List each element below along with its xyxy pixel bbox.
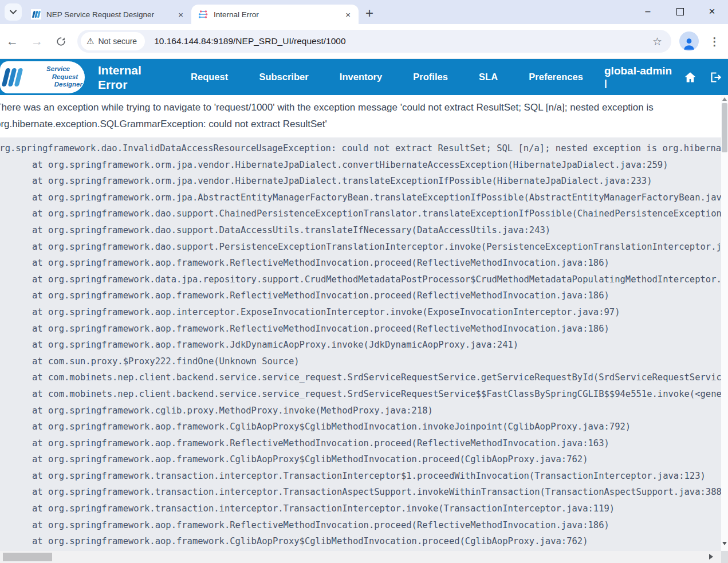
window-maximize-button[interactable] bbox=[664, 0, 696, 23]
stack-frame-line: at org.springframework.aop.framework.Cgl… bbox=[0, 533, 721, 550]
home-button[interactable] bbox=[678, 65, 703, 90]
exception-summary-line: org.springframework.dao.InvalidDataAcces… bbox=[0, 140, 721, 157]
app-logo[interactable]: Service Request Designer bbox=[0, 61, 85, 93]
stack-frame-line: at org.springframework.orm.jpa.vendor.Hi… bbox=[0, 173, 721, 190]
window-controls: – × bbox=[632, 0, 728, 23]
stack-frame-line: at org.springframework.aop.framework.Ref… bbox=[0, 435, 721, 452]
security-label: Not secure bbox=[98, 37, 137, 46]
window-close-button[interactable]: × bbox=[696, 0, 728, 23]
nav-item-subscriber[interactable]: Subscriber bbox=[259, 72, 308, 82]
nav-item-inventory[interactable]: Inventory bbox=[340, 72, 382, 82]
url-text[interactable]: 10.164.144.84:9189/NEP_SRD_UI/request/10… bbox=[154, 36, 345, 46]
stack-frame-line: at org.springframework.aop.framework.Ref… bbox=[0, 255, 721, 271]
nav-item-profiles[interactable]: Profiles bbox=[413, 72, 448, 82]
browser-tab-internal-error[interactable]: Internal Error × bbox=[191, 5, 359, 24]
stack-frame-list: at org.springframework.orm.jpa.vendor.Hi… bbox=[0, 157, 721, 551]
bookmark-star-button[interactable]: ☆ bbox=[647, 35, 668, 48]
address-bar[interactable]: ⚠ Not secure 10.164.144.84:9189/NEP_SRD_… bbox=[77, 30, 671, 53]
stack-frame-line: at org.springframework.aop.framework.Jdk… bbox=[0, 337, 721, 353]
tab-close-icon[interactable]: × bbox=[343, 9, 353, 20]
error-message-line-2: org.hibernate.exception.SQLGrammarExcept… bbox=[0, 116, 721, 132]
browser-toolbar: ← → ⚠ Not secure 10.164.144.84:9189/NEP_… bbox=[0, 24, 728, 59]
warning-icon: ⚠ bbox=[86, 36, 94, 46]
stack-frame-line: at org.springframework.aop.framework.Cgl… bbox=[0, 451, 721, 468]
tab-title: NEP Service Request Designer bbox=[46, 10, 176, 19]
scroll-right-arrow-icon[interactable] bbox=[709, 554, 713, 560]
browser-tab-nep-designer[interactable]: NEP Service Request Designer × bbox=[24, 5, 191, 24]
browser-menu-button[interactable]: ⋮ bbox=[707, 35, 728, 48]
stack-frame-line: at org.springframework.dao.support.Persi… bbox=[0, 239, 721, 255]
nav-item-request[interactable]: Request bbox=[191, 72, 228, 82]
stack-frame-line: at org.springframework.data.jpa.reposito… bbox=[0, 271, 721, 288]
logout-icon bbox=[709, 70, 722, 84]
stack-frame-line: at com.mobinets.nep.client.backend.servi… bbox=[0, 369, 721, 386]
home-icon bbox=[683, 70, 697, 84]
nav-item-preferences[interactable]: Preferences bbox=[529, 72, 583, 82]
stack-frame-line: at org.springframework.aop.framework.Ref… bbox=[0, 288, 721, 304]
nav-item-sla[interactable]: SLA bbox=[479, 72, 498, 82]
tab-search-button[interactable] bbox=[5, 3, 22, 21]
user-separator: | bbox=[604, 77, 674, 90]
window-minimize-button[interactable]: – bbox=[632, 0, 664, 23]
profile-avatar[interactable] bbox=[679, 32, 699, 51]
stack-frame-line: at org.springframework.transaction.inter… bbox=[0, 484, 721, 501]
stack-trace-panel: org.springframework.dao.InvalidDataAcces… bbox=[0, 137, 721, 551]
stack-frame-line: at com.mobinets.nep.client.backend.servi… bbox=[0, 386, 721, 403]
stack-frame-line: at org.springframework.cglib.proxy.Metho… bbox=[0, 403, 721, 419]
new-tab-button[interactable]: + bbox=[365, 7, 373, 19]
browser-tab-strip: NEP Service Request Designer × Internal … bbox=[0, 0, 728, 24]
app-logo-text: Service Request Designer bbox=[27, 65, 85, 89]
scroll-up-arrow-icon[interactable] bbox=[722, 97, 727, 101]
horizontal-scrollbar-thumb[interactable] bbox=[3, 553, 52, 561]
chevron-down-icon bbox=[10, 10, 17, 14]
stack-frame-line: at org.springframework.aop.framework.Ref… bbox=[0, 321, 721, 337]
stack-frame-line: at org.springframework.aop.interceptor.E… bbox=[0, 304, 721, 321]
scrollbar-corner bbox=[721, 551, 728, 563]
not-secure-chip[interactable]: ⚠ Not secure bbox=[81, 32, 145, 50]
page-title: Internal Error bbox=[98, 63, 158, 92]
reload-icon bbox=[56, 36, 66, 47]
maximize-icon bbox=[676, 8, 684, 15]
vertical-scrollbar-thumb[interactable] bbox=[722, 103, 727, 152]
nep-designer-favicon bbox=[31, 9, 41, 19]
stack-frame-line: at org.springframework.dao.support.Chain… bbox=[0, 206, 721, 222]
error-message-line-1: There was an exception while trying to n… bbox=[0, 99, 721, 116]
logout-button[interactable] bbox=[703, 65, 728, 90]
nav-menu: RequestSubscriberInventoryProfilesSLAPre… bbox=[158, 72, 604, 82]
tab-title: Internal Error bbox=[214, 10, 343, 19]
back-button[interactable]: ← bbox=[0, 34, 25, 48]
stack-frame-line: at org.springframework.orm.jpa.vendor.Hi… bbox=[0, 157, 721, 174]
stack-frame-line: at com.sun.proxy.$Proxy222.findOne(Unkno… bbox=[0, 353, 721, 370]
user-name: global-admin bbox=[604, 65, 674, 77]
app-navbar: Service Request Designer Internal Error … bbox=[0, 59, 728, 95]
stack-frame-line: at org.springframework.transaction.inter… bbox=[0, 501, 721, 517]
stack-frame-line: at org.springframework.aop.framework.Ref… bbox=[0, 517, 721, 534]
internal-error-favicon bbox=[198, 9, 208, 19]
stack-frame-line: at org.springframework.transaction.inter… bbox=[0, 468, 721, 485]
tab-close-icon[interactable]: × bbox=[176, 9, 186, 20]
forward-button[interactable]: → bbox=[25, 34, 49, 48]
person-icon bbox=[682, 36, 696, 51]
mobinets-logo-icon bbox=[1, 65, 27, 90]
reload-button[interactable] bbox=[49, 36, 73, 47]
vertical-scrollbar[interactable] bbox=[721, 95, 728, 551]
stack-frame-line: at org.springframework.orm.jpa.AbstractE… bbox=[0, 190, 721, 206]
scroll-down-arrow-icon[interactable] bbox=[722, 542, 727, 545]
stack-frame-line: at org.springframework.dao.support.DataA… bbox=[0, 222, 721, 239]
error-message: There was an exception while trying to n… bbox=[0, 95, 721, 137]
stack-frame-line: at org.springframework.aop.framework.Cgl… bbox=[0, 419, 721, 435]
horizontal-scrollbar[interactable] bbox=[0, 551, 721, 563]
user-menu[interactable]: global-admin | bbox=[604, 65, 674, 90]
